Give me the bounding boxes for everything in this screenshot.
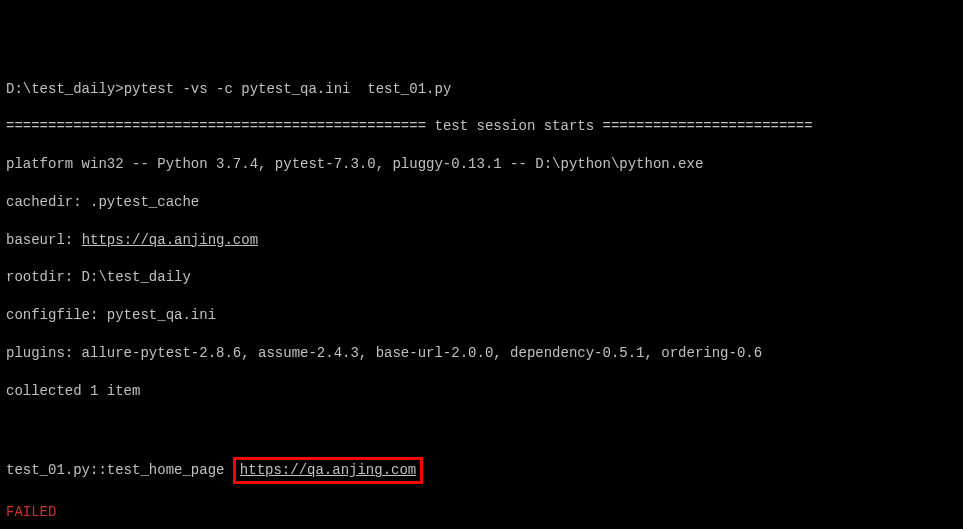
prompt-path: D:\test_daily> [6, 81, 124, 97]
baseurl-link[interactable]: https://qa.anjing.com [82, 232, 258, 248]
command-line: D:\test_daily>pytest -vs -c pytest_qa.in… [6, 80, 957, 99]
configfile-line: configfile: pytest_qa.ini [6, 306, 957, 325]
session-divider: ========================================… [6, 117, 957, 136]
command-text: pytest -vs -c pytest_qa.ini test_01.py [124, 81, 452, 97]
platform-line: platform win32 -- Python 3.7.4, pytest-7… [6, 155, 957, 174]
cachedir-line: cachedir: .pytest_cache [6, 193, 957, 212]
failed-label: FAILED [6, 503, 957, 522]
collected-line: collected 1 item [6, 382, 957, 401]
test-url-highlight[interactable]: https://qa.anjing.com [233, 457, 423, 484]
plugins-line: plugins: allure-pytest-2.8.6, assume-2.4… [6, 344, 957, 363]
session-starts-label: test session starts [426, 118, 602, 134]
rootdir-line: rootdir: D:\test_daily [6, 268, 957, 287]
blank-line [6, 420, 957, 439]
baseurl-line: baseurl: https://qa.anjing.com [6, 231, 957, 250]
test-result-line: test_01.py::test_home_page https://qa.an… [6, 457, 957, 484]
